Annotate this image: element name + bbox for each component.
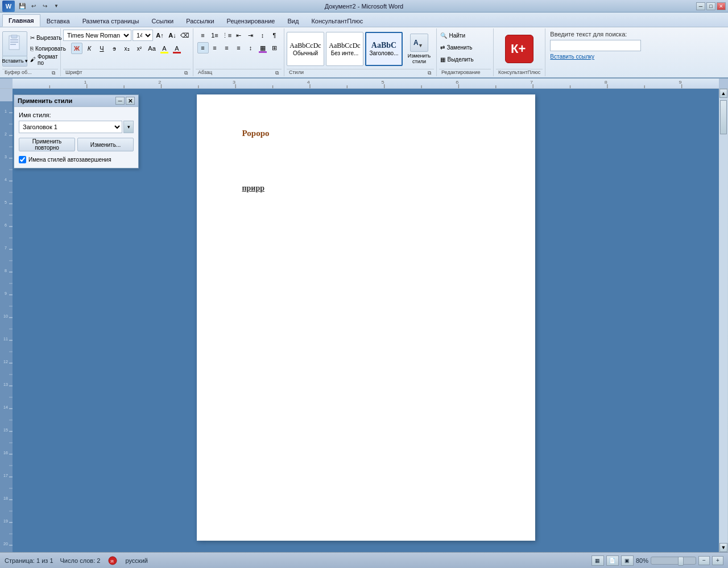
tab-rassylki[interactable]: Рассылки: [180, 14, 220, 27]
shading-button[interactable]: ▦: [257, 42, 268, 53]
subscript-button[interactable]: x₂: [121, 43, 133, 54]
tab-ssylki[interactable]: Ссылки: [145, 14, 180, 27]
copy-button[interactable]: ⎘ Копировать: [28, 44, 58, 54]
undo-button[interactable]: ↩: [28, 2, 39, 11]
status-right: ▦ 📄 ▣ 80% − +: [592, 555, 723, 566]
zoom-thumb[interactable]: [678, 557, 684, 566]
svg-text:7: 7: [5, 246, 7, 250]
find-button[interactable]: 🔍 Найти: [440, 30, 491, 41]
align-left-button[interactable]: ≡: [197, 42, 209, 53]
change-styles-button[interactable]: A ▼ Изменить стили: [404, 34, 434, 64]
tab-vid[interactable]: Вид: [282, 14, 305, 27]
numbering-button[interactable]: 1≡: [209, 30, 221, 41]
svg-text:18: 18: [3, 496, 8, 500]
align-right-button[interactable]: ≡: [221, 42, 233, 53]
align-justify-button[interactable]: ≡: [233, 42, 245, 53]
close-button[interactable]: ✕: [717, 2, 726, 10]
style-normal[interactable]: AaBbCcDc Обычный: [287, 32, 324, 66]
align-center-button[interactable]: ≡: [209, 42, 221, 53]
view-reading-button[interactable]: 📄: [606, 555, 619, 566]
decrease-font-button[interactable]: A↓: [167, 30, 178, 41]
scroll-down-button[interactable]: ▼: [719, 543, 727, 552]
paste-dropdown[interactable]: Вставить ▾: [2, 56, 27, 67]
style-heading-label: Заголово...: [370, 50, 399, 56]
replace-button[interactable]: ⇄ Заменить: [440, 42, 491, 53]
tab-vstavka[interactable]: Вставка: [40, 14, 76, 27]
search-input[interactable]: [550, 40, 641, 51]
scroll-up-button[interactable]: ▲: [719, 89, 727, 98]
view-normal-button[interactable]: ▦: [592, 555, 604, 566]
svg-rect-4: [10, 44, 16, 45]
language-icon[interactable]: Я: [107, 556, 118, 565]
font-expand-icon[interactable]: ⧉: [184, 70, 188, 75]
main-area: 1 2 3 4 5 6 7 8: [0, 89, 728, 552]
select-button[interactable]: ▦ Выделить: [440, 53, 491, 65]
para-row-2: ≡ ≡ ≡ ≡ ↕ ▦ ⊞: [197, 42, 280, 53]
zoom-out-button[interactable]: −: [698, 556, 710, 565]
scroll-thumb[interactable]: [720, 100, 727, 134]
qa-dropdown[interactable]: ▼: [51, 2, 61, 11]
clear-format-button[interactable]: ⌫: [179, 30, 191, 41]
style-heading[interactable]: AaBbC Заголово...: [365, 32, 403, 66]
zoom-in-button[interactable]: +: [712, 556, 723, 565]
minimize-button[interactable]: ─: [696, 2, 705, 10]
save-button[interactable]: 💾: [17, 2, 27, 11]
line-spacing-button[interactable]: ↕: [245, 42, 257, 53]
clipboard-content: Вставить ▾ ✂ Вырезать ⎘ Копировать 🖌 Фор…: [2, 30, 58, 68]
sort-button[interactable]: ↕: [257, 30, 268, 41]
style-dropdown-arrow[interactable]: ▾: [123, 121, 134, 133]
vruler-top: [0, 89, 13, 101]
maximize-button[interactable]: □: [706, 2, 715, 10]
styles-expand-icon[interactable]: ⧉: [427, 70, 432, 75]
italic-button[interactable]: К: [84, 43, 95, 54]
autocomplete-checkbox[interactable]: [19, 156, 26, 163]
style-name-label: Имя стиля:: [19, 112, 134, 118]
bold-button[interactable]: Ж: [71, 43, 82, 54]
zoom-slider[interactable]: [651, 557, 696, 565]
borders-button[interactable]: ⊞: [269, 42, 280, 53]
font-color-button[interactable]: А: [171, 43, 183, 54]
word-logo[interactable]: W: [2, 1, 15, 12]
svg-text:▼: ▼: [418, 43, 423, 48]
paste-button[interactable]: [2, 31, 27, 56]
document-page[interactable]: Ророро прирр: [197, 94, 535, 541]
formatbrush-button[interactable]: 🖌 Формат по: [28, 55, 58, 65]
increase-font-button[interactable]: A↑: [154, 30, 166, 41]
modify-button[interactable]: Изменить...: [77, 138, 134, 151]
show-marks-button[interactable]: ¶: [269, 30, 280, 41]
cut-button[interactable]: ✂ Вырезать: [28, 33, 58, 43]
style-nospacing[interactable]: AaBbCcDc Без инте...: [326, 32, 363, 66]
para-expand-icon[interactable]: ⧉: [275, 70, 279, 75]
underline-button[interactable]: Ч: [96, 43, 107, 54]
panel-close-button[interactable]: ✕: [126, 97, 135, 105]
strikethrough-button[interactable]: з: [109, 43, 120, 54]
horizontal-ruler: 1 2 3 4 5 6 7 8 9: [0, 79, 728, 89]
clipboard-expand[interactable]: ⧉: [51, 70, 56, 75]
redo-button[interactable]: ↪: [40, 2, 50, 11]
font-row-2: Ж К Ч з x₂ x² Аа A А: [71, 43, 183, 54]
tab-konsult[interactable]: КонсультантПлюс: [305, 14, 369, 27]
highlight-button[interactable]: A: [159, 43, 170, 54]
font-group-label: Шрифт ⧉: [63, 69, 191, 75]
vertical-scrollbar[interactable]: ▲ ▼: [719, 89, 728, 552]
bullets-button[interactable]: ≡: [197, 30, 209, 41]
font-format-button[interactable]: Аа: [146, 43, 158, 54]
view-layout-button[interactable]: ▣: [621, 555, 634, 566]
konsultant-icon[interactable]: К+: [505, 35, 533, 63]
tab-recenz[interactable]: Рецензирование: [221, 14, 282, 27]
svg-text:9: 9: [5, 291, 7, 295]
font-name-select[interactable]: Times New Roman: [63, 30, 131, 41]
style-name-select[interactable]: Заголовок 1: [19, 121, 122, 133]
tab-razmetka[interactable]: Разметка страницы: [76, 14, 146, 27]
font-size-select[interactable]: 14: [133, 30, 153, 41]
apply-panel-header[interactable]: Применить стили ─ ✕: [14, 95, 138, 107]
superscript-button[interactable]: x²: [134, 43, 145, 54]
insert-link-button[interactable]: Вставить ссылку: [550, 53, 643, 60]
increase-indent-button[interactable]: ⇥: [245, 30, 257, 41]
reapply-button[interactable]: Применить повторно: [19, 138, 75, 151]
tab-glavnaya[interactable]: Главная: [2, 14, 40, 27]
multilevel-button[interactable]: ⋮≡: [221, 30, 233, 41]
panel-collapse-button[interactable]: ─: [115, 97, 125, 105]
svg-text:9: 9: [679, 80, 682, 84]
decrease-indent-button[interactable]: ⇤: [233, 30, 245, 41]
